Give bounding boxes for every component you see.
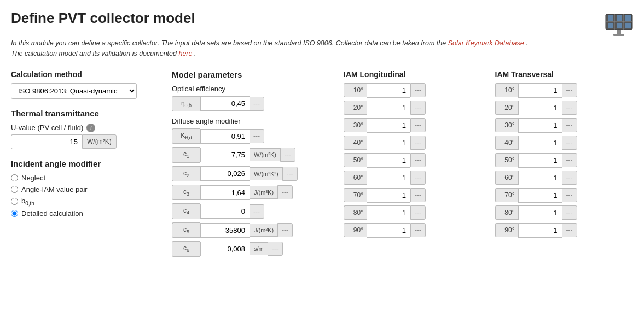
- iam-row: 90° ---: [344, 223, 482, 238]
- u-value-input[interactable]: [11, 134, 82, 149]
- iam-angle-label: 20°: [495, 101, 518, 115]
- param-c6-input[interactable]: [200, 242, 250, 256]
- svg-rect-7: [608, 23, 613, 28]
- iam-value-input[interactable]: [367, 101, 410, 115]
- iam-btn[interactable]: ---: [410, 205, 426, 220]
- iam-angle-label: 90°: [495, 223, 518, 237]
- iam-row: 80° ---: [495, 205, 634, 220]
- iam-btn[interactable]: ---: [562, 188, 577, 202]
- iam-value-input[interactable]: [518, 118, 562, 133]
- param-n0b-input[interactable]: [200, 96, 250, 111]
- iam-angle-label: 50°: [495, 153, 518, 167]
- iam-transversal-title: IAM Transversal: [495, 70, 634, 79]
- iam-value-input[interactable]: [367, 188, 410, 203]
- param-c3-btn[interactable]: ---: [277, 185, 293, 199]
- iam-btn[interactable]: ---: [410, 153, 426, 167]
- param-c4-input[interactable]: [200, 204, 250, 219]
- iam-value-input[interactable]: [367, 83, 410, 98]
- radio-neglect-label: Neglect: [21, 174, 45, 182]
- help-icon[interactable]: i: [86, 124, 95, 132]
- iam-value-input[interactable]: [518, 83, 562, 98]
- param-c4-btn[interactable]: ---: [250, 204, 264, 219]
- iam-angle-label: 10°: [344, 83, 367, 97]
- iam-btn[interactable]: ---: [562, 171, 577, 185]
- radio-angle-iam[interactable]: Angle-IAM value pair: [11, 185, 159, 193]
- radio-angle-iam-label: Angle-IAM value pair: [21, 185, 88, 193]
- param-c1-input[interactable]: [200, 148, 250, 162]
- iam-value-input[interactable]: [518, 223, 562, 238]
- svg-rect-5: [617, 15, 622, 21]
- svg-rect-6: [625, 15, 631, 21]
- solar-keymark-link[interactable]: Solar Keymark Database: [448, 39, 524, 47]
- iam-btn[interactable]: ---: [410, 171, 426, 185]
- page-title: Define PVT collector model: [11, 10, 195, 27]
- left-column: Calculation method ISO 9806:2013: Quasi-…: [11, 70, 159, 218]
- radio-detailed[interactable]: Detailed calculation: [11, 209, 159, 218]
- u-value-unit: W/(m²K): [82, 134, 117, 149]
- radio-detailed-input[interactable]: [11, 210, 18, 217]
- param-n0b-btn[interactable]: ---: [250, 97, 264, 111]
- iam-value-input[interactable]: [518, 188, 562, 203]
- iam-value-input[interactable]: [367, 205, 410, 220]
- iam-btn[interactable]: ---: [562, 118, 577, 132]
- param-k0d-btn[interactable]: ---: [250, 129, 264, 143]
- radio-angle-iam-input[interactable]: [11, 186, 18, 193]
- param-c4-label: c4: [172, 203, 200, 219]
- param-c5-unit: J/(m²K): [250, 224, 277, 237]
- param-c2-input[interactable]: [200, 166, 250, 181]
- param-c4-row: c4 ---: [172, 203, 330, 219]
- iam-btn[interactable]: ---: [562, 153, 577, 167]
- param-c2-unit: W/(m²K²): [250, 167, 282, 180]
- radio-neglect-input[interactable]: [11, 174, 18, 181]
- iam-btn[interactable]: ---: [410, 83, 426, 97]
- here-link[interactable]: here: [178, 50, 192, 57]
- iam-btn[interactable]: ---: [410, 118, 426, 132]
- iam-btn[interactable]: ---: [410, 136, 426, 150]
- param-c3-input[interactable]: [200, 185, 250, 200]
- iam-angle-label: 70°: [344, 188, 367, 202]
- param-k0d-input[interactable]: [200, 129, 250, 144]
- iam-value-input[interactable]: [367, 153, 410, 168]
- iam-value-input[interactable]: [518, 153, 562, 168]
- radio-neglect[interactable]: Neglect: [11, 174, 159, 182]
- iam-btn[interactable]: ---: [562, 83, 577, 97]
- iam-value-input[interactable]: [367, 118, 410, 133]
- param-n0b-label: η0,b: [172, 96, 200, 111]
- radio-b0th-input[interactable]: [11, 198, 18, 205]
- iam-value-input[interactable]: [367, 171, 410, 185]
- iam-value-input[interactable]: [367, 223, 410, 238]
- iam-angle-label: 30°: [495, 118, 518, 132]
- param-c1-unit: W/(m²K): [250, 148, 280, 161]
- iam-row: 10° ---: [344, 83, 482, 98]
- iam-row: 50° ---: [495, 153, 634, 168]
- iam-btn[interactable]: ---: [410, 223, 426, 237]
- param-c5-input[interactable]: [200, 223, 250, 238]
- svg-rect-11: [613, 34, 624, 36]
- iam-btn[interactable]: ---: [410, 188, 426, 202]
- iam-value-input[interactable]: [518, 136, 562, 150]
- svg-rect-9: [625, 23, 631, 28]
- calc-method-select[interactable]: ISO 9806:2013: Quasi-dynamic ISO 9806:20…: [11, 83, 137, 99]
- iam-value-input[interactable]: [518, 205, 562, 220]
- iam-btn[interactable]: ---: [562, 205, 577, 220]
- iam-btn[interactable]: ---: [562, 136, 577, 150]
- param-c3-label: c3: [172, 185, 200, 200]
- param-c6-row: c6 s/m ---: [172, 241, 330, 256]
- param-c6-label: c6: [172, 241, 200, 256]
- iam-btn[interactable]: ---: [562, 223, 577, 237]
- svg-rect-4: [608, 15, 613, 21]
- iam-btn[interactable]: ---: [410, 101, 426, 115]
- iam-angle-label: 10°: [495, 83, 518, 97]
- iam-value-input[interactable]: [518, 171, 562, 185]
- iam-value-input[interactable]: [367, 136, 410, 150]
- iam-btn[interactable]: ---: [562, 101, 577, 115]
- param-c1-btn[interactable]: ---: [280, 148, 295, 162]
- svg-rect-10: [617, 30, 621, 34]
- param-c2-btn[interactable]: ---: [282, 167, 298, 181]
- param-c1-row: c1 W/(m²K) ---: [172, 147, 330, 162]
- param-c6-btn[interactable]: ---: [268, 242, 283, 256]
- param-c5-btn[interactable]: ---: [277, 223, 293, 237]
- iam-value-input[interactable]: [518, 101, 562, 115]
- radio-b0th[interactable]: b0,th: [11, 197, 159, 207]
- svg-rect-8: [617, 23, 622, 28]
